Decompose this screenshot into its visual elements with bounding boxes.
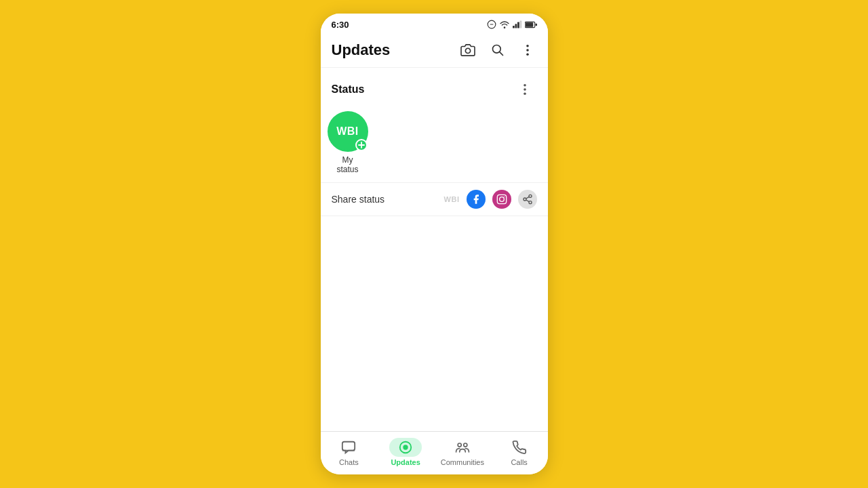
status-avatar: WBI bbox=[328, 111, 368, 152]
battery-icon bbox=[525, 21, 537, 28]
communities-icon bbox=[454, 440, 471, 455]
main-content: Status WBI My status bbox=[321, 68, 548, 431]
avatar-text: WBI bbox=[336, 125, 359, 138]
calls-label: Calls bbox=[511, 458, 527, 466]
status-add-indicator bbox=[355, 139, 368, 151]
svg-point-30 bbox=[403, 445, 408, 449]
svg-point-22 bbox=[504, 197, 505, 197]
my-status-label: My status bbox=[332, 155, 364, 174]
chats-icon-bg bbox=[332, 438, 365, 457]
status-section-title: Status bbox=[332, 83, 365, 96]
svg-point-23 bbox=[529, 195, 532, 197]
signal-icon bbox=[513, 20, 522, 28]
chats-icon bbox=[341, 440, 356, 455]
svg-rect-4 bbox=[517, 22, 519, 28]
svg-point-25 bbox=[529, 201, 532, 204]
svg-point-12 bbox=[526, 44, 529, 47]
svg-rect-20 bbox=[497, 195, 506, 203]
updates-icon bbox=[398, 440, 413, 455]
svg-point-9 bbox=[465, 48, 470, 53]
chats-label: Chats bbox=[339, 458, 359, 466]
dnd-icon bbox=[487, 20, 496, 29]
status-bar-time: 6:30 bbox=[332, 20, 349, 30]
calls-icon-bg bbox=[503, 438, 536, 457]
nav-item-chats[interactable]: Chats bbox=[321, 434, 378, 470]
wbi-faded: WBI bbox=[444, 195, 460, 203]
general-share-button[interactable] bbox=[518, 190, 537, 209]
more-options-button[interactable] bbox=[515, 38, 540, 62]
calls-icon bbox=[512, 440, 527, 455]
status-bar-icons bbox=[487, 20, 537, 29]
svg-rect-8 bbox=[535, 23, 536, 25]
svg-line-27 bbox=[526, 197, 529, 199]
communities-label: Communities bbox=[441, 458, 484, 466]
status-more-icon bbox=[524, 83, 526, 96]
more-icon bbox=[526, 44, 529, 56]
share-status-left: Share status bbox=[332, 194, 385, 205]
share-status-text: Share status bbox=[332, 194, 385, 205]
instagram-icon bbox=[496, 194, 507, 205]
share-icon bbox=[522, 194, 533, 205]
svg-point-21 bbox=[499, 197, 504, 202]
my-status-container[interactable]: WBI My status bbox=[321, 106, 375, 180]
svg-point-17 bbox=[524, 93, 526, 96]
communities-icon-bg bbox=[446, 438, 479, 457]
svg-rect-2 bbox=[513, 26, 515, 28]
camera-button[interactable] bbox=[456, 38, 480, 62]
app-bar-actions bbox=[456, 38, 540, 62]
svg-point-13 bbox=[526, 49, 529, 52]
nav-item-updates[interactable]: Updates bbox=[377, 434, 434, 470]
svg-rect-3 bbox=[515, 24, 517, 28]
search-icon bbox=[491, 43, 505, 57]
svg-point-24 bbox=[524, 198, 526, 201]
share-icons: WBI bbox=[444, 190, 537, 209]
instagram-share-button[interactable] bbox=[492, 190, 511, 209]
wifi-icon bbox=[499, 20, 510, 28]
updates-label: Updates bbox=[391, 458, 420, 466]
bottom-nav: Chats Updates Com bbox=[321, 431, 548, 474]
svg-point-14 bbox=[526, 53, 529, 56]
phone-screen: 6:30 bbox=[321, 14, 548, 474]
camera-icon bbox=[460, 43, 475, 57]
app-bar: Updates bbox=[321, 33, 548, 68]
svg-line-11 bbox=[499, 52, 502, 55]
search-button[interactable] bbox=[486, 38, 510, 62]
status-section-header: Status bbox=[321, 68, 548, 106]
svg-point-15 bbox=[524, 84, 526, 87]
status-bar: 6:30 bbox=[321, 14, 548, 33]
status-more-button[interactable] bbox=[513, 77, 537, 102]
svg-rect-28 bbox=[342, 441, 355, 450]
svg-line-26 bbox=[526, 200, 529, 202]
svg-rect-5 bbox=[519, 20, 521, 28]
svg-point-16 bbox=[524, 88, 526, 91]
svg-point-31 bbox=[458, 443, 461, 447]
share-status-row: Share status WBI bbox=[321, 182, 548, 216]
svg-point-32 bbox=[464, 443, 467, 447]
svg-rect-7 bbox=[525, 22, 532, 27]
nav-item-communities[interactable]: Communities bbox=[434, 434, 491, 470]
facebook-share-button[interactable] bbox=[467, 190, 486, 209]
page-title: Updates bbox=[332, 41, 391, 59]
updates-icon-bg bbox=[389, 438, 422, 457]
nav-item-calls[interactable]: Calls bbox=[491, 434, 548, 470]
